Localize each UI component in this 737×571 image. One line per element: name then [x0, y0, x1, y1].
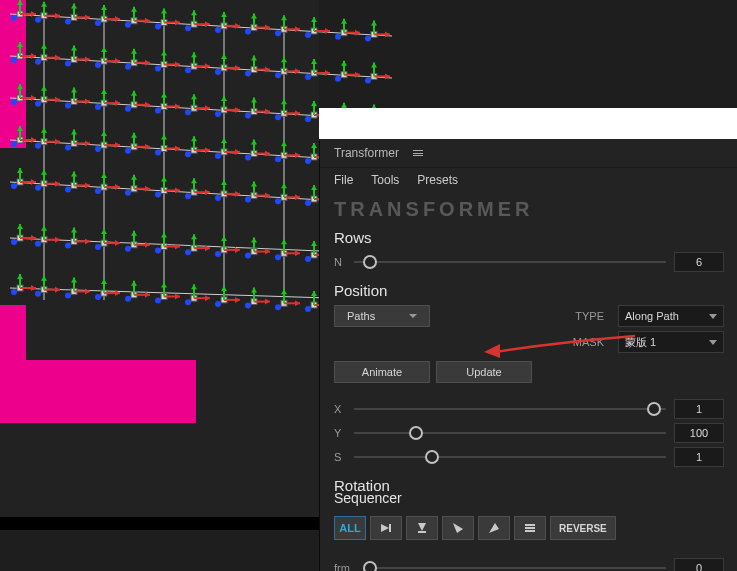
seq-diag-down-button[interactable] — [442, 516, 474, 540]
rows-n-label: N — [334, 256, 346, 268]
menu-presets[interactable]: Presets — [417, 168, 458, 192]
x-slider[interactable] — [354, 400, 666, 418]
rows-n-row: N 6 — [320, 250, 737, 274]
panel-title: Transformer — [334, 139, 399, 167]
position-mask-row: MASK 蒙版 1 — [320, 329, 737, 355]
paths-button[interactable]: Paths — [334, 305, 430, 327]
menu-file[interactable]: File — [334, 168, 353, 192]
arrow-up-right-into-icon — [487, 521, 501, 535]
lines-icon — [523, 521, 537, 535]
y-slider[interactable] — [354, 424, 666, 442]
panel-menubar: File Tools Presets — [320, 168, 737, 192]
seq-frm-row: frm 0 — [320, 556, 737, 571]
arrow-right-icon — [379, 521, 393, 535]
panel-logo: TRANSFORMER — [320, 192, 737, 221]
svg-marker-20 — [418, 523, 426, 531]
svg-rect-25 — [525, 527, 535, 529]
position-x-row: X 1 — [320, 397, 737, 421]
type-dropdown[interactable]: Along Path — [618, 305, 724, 327]
animate-update-row: Animate Update — [320, 359, 737, 385]
svg-marker-18 — [381, 524, 389, 532]
transformer-panel: Transformer File Tools Presets TRANSFORM… — [319, 139, 737, 571]
section-sequencer-title: Sequencer — [320, 490, 737, 510]
menu-icon[interactable] — [413, 148, 423, 158]
position-y-row: Y 100 — [320, 421, 737, 445]
pink-layer — [26, 360, 196, 423]
chevron-down-icon — [709, 340, 717, 345]
svg-rect-26 — [525, 530, 535, 532]
rows-n-input[interactable]: 6 — [674, 252, 724, 272]
frm-label: frm — [334, 562, 356, 571]
y-input[interactable]: 100 — [674, 423, 724, 443]
position-s-row: S 1 — [320, 445, 737, 469]
seq-all-button[interactable]: ALL — [334, 516, 366, 540]
position-path-type-row: Paths TYPE Along Path — [320, 303, 737, 329]
chevron-down-icon — [709, 314, 717, 319]
pink-layer — [0, 305, 26, 423]
svg-rect-19 — [389, 524, 391, 532]
frm-input[interactable]: 0 — [674, 558, 724, 571]
section-position-title: Position — [320, 274, 737, 303]
x-label: X — [334, 403, 346, 415]
mask-label: MASK — [568, 336, 604, 348]
animate-button[interactable]: Animate — [334, 361, 430, 383]
svg-rect-21 — [418, 531, 426, 533]
y-label: Y — [334, 427, 346, 439]
update-button[interactable]: Update — [436, 361, 532, 383]
s-label: S — [334, 451, 346, 463]
seq-reverse-button[interactable]: REVERSE — [550, 516, 616, 540]
seq-diag-in-button[interactable] — [478, 516, 510, 540]
frm-slider[interactable] — [364, 559, 666, 571]
composition-preview[interactable] — [0, 0, 319, 530]
x-input[interactable]: 1 — [674, 399, 724, 419]
seq-down-button[interactable] — [406, 516, 438, 540]
mask-dropdown[interactable]: 蒙版 1 — [618, 331, 724, 353]
type-label: TYPE — [568, 310, 604, 322]
rows-n-slider[interactable] — [354, 253, 666, 271]
sequencer-buttons: ALL REVERSE — [320, 510, 737, 546]
seq-right-button[interactable] — [370, 516, 402, 540]
seq-lines-button[interactable] — [514, 516, 546, 540]
arrow-down-icon — [415, 521, 429, 535]
menu-tools[interactable]: Tools — [371, 168, 399, 192]
s-input[interactable]: 1 — [674, 447, 724, 467]
svg-rect-24 — [525, 524, 535, 526]
section-rows-title: Rows — [320, 221, 737, 250]
svg-marker-22 — [453, 523, 463, 533]
panel-header: Transformer — [320, 139, 737, 168]
svg-marker-23 — [489, 523, 499, 533]
panel-dock-whitebar — [319, 108, 737, 139]
arrow-down-right-icon — [451, 521, 465, 535]
chevron-down-icon — [409, 314, 417, 318]
s-slider[interactable] — [354, 448, 666, 466]
